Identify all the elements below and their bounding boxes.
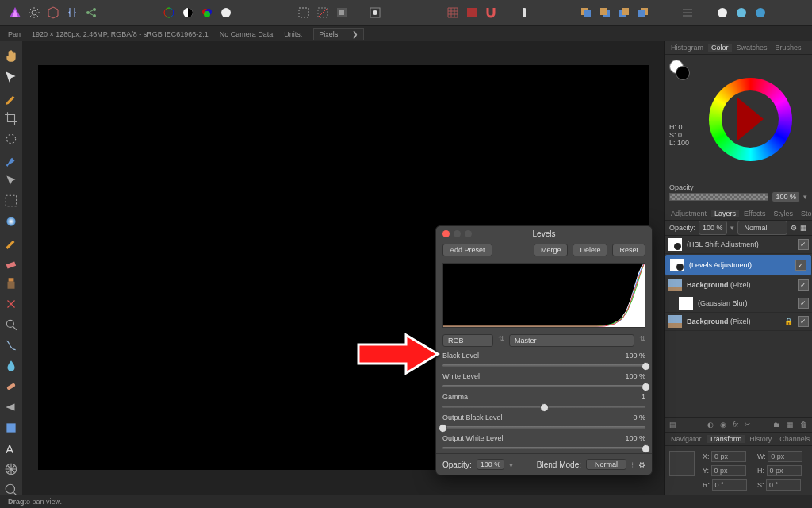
opacity-value[interactable]: 100 %: [772, 191, 800, 202]
colorspace-select[interactable]: RGB: [442, 334, 493, 347]
visibility-toggle[interactable]: ✓: [798, 298, 809, 309]
layers-icon[interactable]: ▤: [669, 421, 676, 429]
paint-tool-icon[interactable]: [4, 235, 18, 249]
transform-r[interactable]: 0 °: [712, 479, 747, 491]
tab-history[interactable]: History: [746, 435, 775, 443]
invert-select-icon[interactable]: [335, 6, 349, 20]
retouch-tool-icon[interactable]: [4, 338, 18, 352]
tab-color[interactable]: Color: [708, 44, 732, 52]
marquee-icon[interactable]: [297, 6, 311, 20]
shape-tool-icon[interactable]: [4, 421, 18, 435]
layer-row[interactable]: Background (Pixel)🔒✓: [665, 313, 812, 331]
delete-button[interactable]: Delete: [573, 244, 607, 256]
tab-stock[interactable]: Stock: [798, 210, 812, 217]
color-wheel[interactable]: [693, 60, 807, 179]
crop-tool-icon[interactable]: [4, 111, 18, 125]
text-tool-icon[interactable]: A: [4, 441, 18, 456]
sun-icon[interactable]: [27, 6, 41, 20]
sphere-blue2-icon[interactable]: [753, 6, 768, 20]
reset-button[interactable]: Reset: [612, 244, 645, 256]
fx-icon[interactable]: fx: [733, 421, 738, 429]
crop-layer-icon[interactable]: ✂: [745, 421, 751, 429]
tab-channels[interactable]: Channels: [776, 435, 812, 443]
mesh-tool-icon[interactable]: [4, 462, 18, 476]
tab-styles[interactable]: Styles: [770, 210, 796, 217]
flood-select-icon[interactable]: [4, 173, 18, 187]
blur-tool-icon[interactable]: [4, 359, 18, 373]
tab-histogram[interactable]: Histogram: [668, 44, 707, 52]
selection-brush-icon[interactable]: [4, 132, 18, 146]
slider[interactable]: [442, 444, 645, 452]
add-layer-icon[interactable]: ▦: [787, 421, 794, 429]
layer-opacity[interactable]: 100 %: [699, 221, 727, 235]
tab-brushes[interactable]: Brushes: [772, 44, 805, 52]
tab-transform[interactable]: Transform: [707, 435, 745, 443]
tab-effects[interactable]: Effects: [741, 210, 768, 217]
adjust-icon[interactable]: ◉: [720, 421, 726, 429]
dialog-blend-mode[interactable]: Normal: [586, 459, 626, 470]
units-select[interactable]: Pixels❯: [313, 28, 364, 40]
anchor-widget[interactable]: [669, 451, 695, 476]
tab-adjustment[interactable]: Adjustment: [668, 210, 710, 217]
cancel-select-icon[interactable]: [316, 6, 330, 20]
close-icon[interactable]: [442, 230, 450, 237]
cube-icon[interactable]: [46, 6, 60, 20]
color-swatches[interactable]: [669, 60, 688, 79]
brush-tool-icon[interactable]: [4, 152, 18, 167]
slider[interactable]: [442, 361, 645, 369]
layer-blend-mode[interactable]: Normal: [737, 221, 787, 235]
magnet-icon[interactable]: [484, 6, 498, 20]
quickmask-icon[interactable]: [368, 6, 382, 20]
clone-tool-icon[interactable]: [4, 276, 18, 291]
rainbow-circle-icon[interactable]: [162, 6, 176, 20]
lock-icon[interactable]: ▦: [800, 224, 807, 232]
dialog-opacity[interactable]: 100 %: [477, 459, 505, 470]
marquee-tool-icon[interactable]: [4, 194, 18, 208]
inpaint-tool-icon[interactable]: [4, 297, 18, 311]
tab-layers[interactable]: Layers: [711, 210, 739, 217]
slider[interactable]: [442, 423, 645, 431]
channel-select[interactable]: Master: [509, 334, 634, 347]
rgb-icon[interactable]: [200, 6, 214, 20]
grid-icon[interactable]: [446, 6, 460, 20]
white-circle-icon[interactable]: [219, 6, 233, 20]
folder-icon[interactable]: 🖿: [773, 421, 780, 429]
pan-tool-icon[interactable]: [4, 49, 18, 64]
heal-tool-icon[interactable]: [4, 379, 18, 394]
mirror-icon[interactable]: [65, 6, 79, 20]
transform-s[interactable]: 0 °: [766, 479, 801, 491]
add-preset-button[interactable]: Add Preset: [442, 244, 492, 256]
tab-navigator[interactable]: Navigator: [668, 435, 705, 443]
zoom-tool-icon[interactable]: [4, 318, 18, 332]
opacity-slider[interactable]: [669, 193, 768, 201]
layer-row[interactable]: Background (Pixel)✓: [665, 276, 812, 294]
share-icon[interactable]: [84, 6, 98, 20]
layer-row[interactable]: (Gaussian Blur)✓: [665, 294, 812, 313]
contrast-icon[interactable]: [181, 6, 195, 20]
tab-swatches[interactable]: Swatches: [733, 44, 771, 52]
sphere-white-icon[interactable]: [715, 6, 730, 20]
arrange-fwd-icon[interactable]: [598, 6, 612, 20]
trash-icon[interactable]: 🗑: [800, 421, 807, 429]
layer-row[interactable]: (HSL Shift Adjustment)✓: [665, 236, 812, 254]
color-picker-icon[interactable]: [4, 90, 18, 105]
transform-y[interactable]: 0 px: [711, 465, 746, 476]
pen-tool-icon[interactable]: [4, 400, 18, 414]
move-tool-icon[interactable]: [4, 70, 18, 84]
lines-icon[interactable]: [680, 6, 695, 20]
erase-tool-icon[interactable]: [4, 256, 18, 270]
arrange-back-icon[interactable]: [579, 6, 593, 20]
levels-dialog[interactable]: Levels Add Preset Merge Delete Reset RGB…: [435, 225, 653, 475]
layer-row[interactable]: (Levels Adjustment)✓: [665, 254, 812, 276]
visibility-toggle[interactable]: ✓: [798, 239, 809, 250]
sphere-blue-icon[interactable]: [734, 6, 749, 20]
merge-button[interactable]: Merge: [534, 244, 569, 256]
arrange-front-icon[interactable]: [617, 6, 631, 20]
transform-w[interactable]: 0 px: [768, 451, 802, 462]
arrange-last-icon[interactable]: [636, 6, 650, 20]
gear-icon[interactable]: ⚙: [791, 224, 797, 232]
transform-x[interactable]: 0 px: [711, 451, 746, 462]
slider[interactable]: [442, 402, 645, 410]
mask-icon[interactable]: ◐: [707, 421, 714, 429]
visibility-toggle[interactable]: ✓: [798, 316, 809, 327]
